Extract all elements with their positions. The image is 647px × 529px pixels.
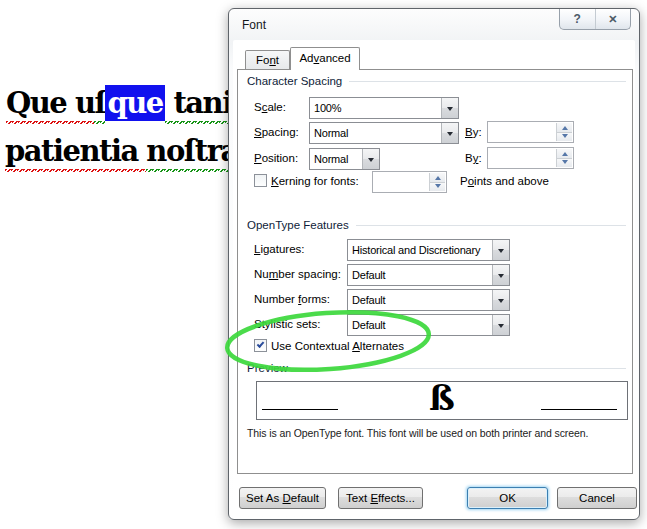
scale-value: 100%	[314, 98, 440, 118]
tab-advanced[interactable]: Advanced	[290, 47, 360, 70]
checkmark-icon	[257, 340, 265, 348]
group-heading-label: OpenType Features	[247, 219, 349, 231]
position-by-label: By:	[465, 152, 482, 164]
character-spacing-group-heading: Character Spacing	[247, 75, 626, 87]
position-combobox[interactable]: Normal	[309, 148, 380, 170]
set-as-default-button[interactable]: Set As Default	[239, 487, 326, 509]
kerning-label[interactable]: Kerning for fonts:	[271, 175, 359, 187]
number-spacing-value: Default	[352, 265, 491, 285]
dropdown-arrow-icon[interactable]	[492, 290, 509, 310]
spinner-buttons	[556, 149, 572, 167]
misspelled-word: Que u	[6, 86, 94, 124]
spinner-up-icon[interactable]	[430, 173, 445, 182]
spinner-up-icon[interactable]	[557, 149, 572, 158]
dropdown-arrow-icon[interactable]	[441, 123, 458, 143]
group-heading-label: Preview	[247, 362, 288, 374]
use-contextual-alternates-label[interactable]: Use Contextual Alternates	[271, 340, 404, 352]
stylistic-sets-label: Stylistic sets:	[254, 318, 320, 330]
spinner-down-icon[interactable]	[557, 158, 572, 168]
spacing-value: Normal	[314, 123, 440, 143]
spinner-buttons	[429, 173, 445, 191]
dropdown-arrow-icon[interactable]	[492, 315, 509, 335]
spacing-label: Spacing:	[254, 126, 299, 138]
close-button[interactable]: ✕	[595, 9, 631, 29]
opentype-font-note: This is an OpenType font. This font will…	[247, 427, 588, 439]
position-value: Normal	[314, 149, 361, 169]
grammar-flagged-word: noſtra	[146, 134, 237, 172]
opentype-features-group-heading: OpenType Features	[247, 219, 626, 231]
help-icon: ?	[574, 12, 581, 26]
position-by-value[interactable]	[492, 148, 554, 168]
preview-box: ß	[256, 381, 628, 420]
group-heading-label: Character Spacing	[247, 75, 342, 87]
close-icon: ✕	[608, 13, 617, 26]
grammar-flagged-word: ſ	[94, 86, 105, 124]
spacing-combobox[interactable]: Normal	[309, 122, 459, 144]
spinner-buttons	[556, 123, 572, 141]
kerning-checkbox[interactable]	[254, 174, 267, 187]
number-spacing-label: Number spacing:	[254, 268, 341, 280]
preview-group-heading: Preview	[247, 362, 626, 374]
position-label: Position:	[254, 152, 298, 164]
use-contextual-alternates-checkbox[interactable]	[254, 339, 267, 352]
number-forms-label: Number forms:	[254, 293, 330, 305]
spinner-down-icon[interactable]	[430, 182, 445, 192]
stylistic-sets-combobox[interactable]: Default	[347, 314, 510, 336]
ligatures-value: Historical and Discretionary	[352, 240, 491, 260]
number-forms-combobox[interactable]: Default	[347, 289, 510, 311]
position-by-spinner[interactable]	[487, 147, 574, 169]
dropdown-arrow-icon[interactable]	[492, 240, 509, 260]
document-text-line-1[interactable]: Que uſque tani	[6, 86, 232, 124]
highlighted-text: que	[105, 85, 164, 121]
ligatures-combobox[interactable]: Historical and Discretionary	[347, 239, 510, 261]
misspelled-word: patientia	[5, 134, 146, 172]
number-spacing-combobox[interactable]: Default	[347, 264, 510, 286]
dropdown-arrow-icon[interactable]	[492, 265, 509, 285]
preview-rule-right	[541, 409, 617, 410]
cancel-button[interactable]: Cancel	[557, 487, 637, 509]
document-text-line-2[interactable]: patientia noſtra	[5, 134, 238, 172]
preview-glyph: ß	[257, 378, 627, 418]
help-button[interactable]: ?	[560, 9, 595, 29]
text-effects-button[interactable]: Text Effects...	[338, 487, 423, 509]
spacing-by-label: By:	[465, 126, 482, 138]
points-and-above-label: Points and above	[460, 175, 549, 187]
screen: Que uſque tani patientia noſtra Font ? ✕…	[0, 0, 647, 529]
dialog-title: Font	[242, 18, 266, 32]
scale-combobox[interactable]: 100%	[309, 97, 459, 119]
dropdown-arrow-icon[interactable]	[441, 98, 458, 118]
stylistic-sets-value: Default	[352, 315, 491, 335]
grammar-flagged-word: tani	[165, 86, 232, 124]
kerning-size-spinner[interactable]	[372, 171, 447, 193]
ligatures-label: Ligatures:	[254, 243, 305, 255]
number-forms-value: Default	[352, 290, 491, 310]
tab-font[interactable]: Font	[245, 50, 290, 69]
spinner-down-icon[interactable]	[557, 132, 572, 142]
dropdown-arrow-icon[interactable]	[362, 149, 379, 169]
spinner-up-icon[interactable]	[557, 123, 572, 132]
spacing-by-value[interactable]	[492, 122, 554, 142]
caption-button-group: ? ✕	[559, 9, 631, 30]
font-dialog: Font ? ✕ Font Advanced Character Spacing…	[228, 8, 640, 520]
spacing-by-spinner[interactable]	[487, 121, 574, 143]
kerning-size-value[interactable]	[377, 172, 427, 192]
ok-button[interactable]: OK	[467, 487, 548, 509]
scale-label: Scale:	[254, 101, 286, 113]
advanced-tab-page: Character Spacing Scale: 100% Spacing: N…	[237, 69, 633, 474]
